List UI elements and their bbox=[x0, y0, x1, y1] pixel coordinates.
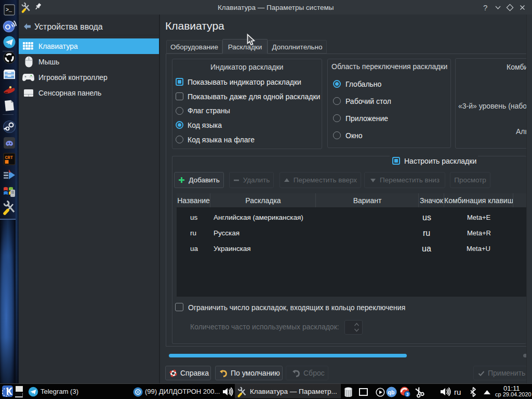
svg-text:CRT: CRT bbox=[5, 155, 13, 161]
svg-text:3: 3 bbox=[406, 392, 409, 397]
svg-text:>_: >_ bbox=[6, 7, 12, 13]
svg-text:qb: qb bbox=[388, 389, 395, 395]
